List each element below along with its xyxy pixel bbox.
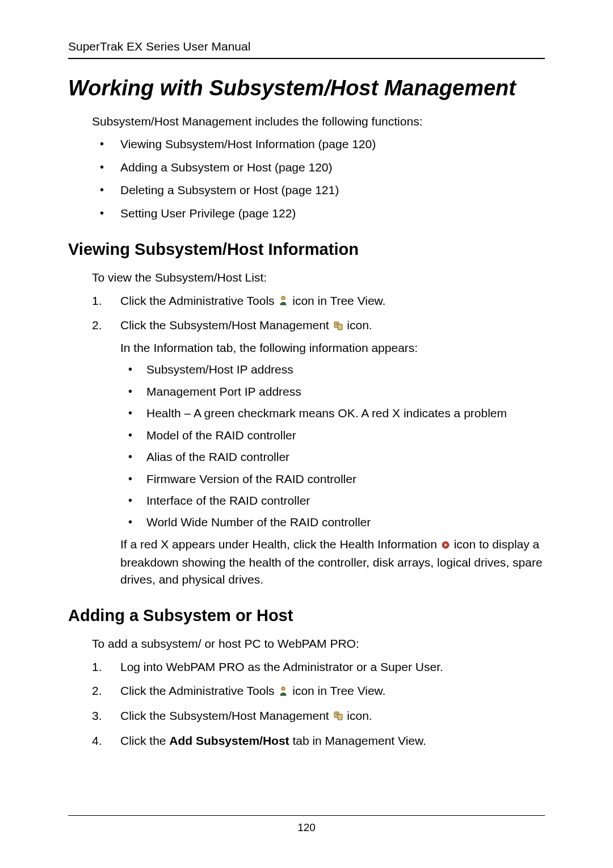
list-item: Firmware Version of the RAID controller xyxy=(120,471,545,488)
list-item: Click the Administrative Tools icon in T… xyxy=(92,292,545,311)
subsystem-host-icon xyxy=(334,708,343,725)
page-header: SuperTrak EX Series User Manual xyxy=(68,40,545,59)
page-container: SuperTrak EX Series User Manual Working … xyxy=(0,0,613,779)
section1-heading: Viewing Subsystem/Host Information xyxy=(68,240,545,259)
svg-point-7 xyxy=(282,686,285,690)
section1-lead: To view the Subsystem/Host List: xyxy=(92,269,545,286)
svg-rect-9 xyxy=(338,714,342,720)
step2-info: In the Information tab, the following in… xyxy=(120,339,545,357)
section1-tail: If a red X appears under Health, click t… xyxy=(120,536,545,589)
step-text-pre: Click the Administrative Tools xyxy=(120,294,278,307)
manual-title: SuperTrak EX Series User Manual xyxy=(68,40,545,53)
list-item: Click the Subsystem/Host Management icon… xyxy=(92,317,545,588)
step-text-post: icon. xyxy=(347,709,372,722)
health-info-icon xyxy=(442,536,450,553)
list-item: Setting User Privilege (page 122) xyxy=(92,205,545,222)
section2-steps: Log into WebPAM PRO as the Administrator… xyxy=(92,659,545,749)
list-item: Alias of the RAID controller xyxy=(120,448,545,466)
section1-steps: Click the Administrative Tools icon in T… xyxy=(92,292,545,589)
list-item: Adding a Subsystem or Host (page 120) xyxy=(92,159,545,176)
step-text-pre: Click the Subsystem/Host Management xyxy=(120,318,333,332)
list-item: Log into WebPAM PRO as the Administrator… xyxy=(92,659,545,676)
list-item: World Wide Number of the RAID controller xyxy=(120,514,545,531)
svg-rect-2 xyxy=(338,324,342,330)
list-item: Viewing Subsystem/Host Information (page… xyxy=(92,136,545,153)
intro-bullet-list: Viewing Subsystem/Host Information (page… xyxy=(92,136,545,222)
admin-tools-icon xyxy=(279,684,288,701)
step-text-pre: Click the xyxy=(120,734,169,747)
step-text-pre: Click the Subsystem/Host Management xyxy=(120,709,333,722)
tail-pre: If a red X appears under Health, click t… xyxy=(120,538,440,551)
step-text-post: icon. xyxy=(347,318,372,332)
list-item: Click the Add Subsystem/Host tab in Mana… xyxy=(92,732,545,749)
list-item: Health – A green checkmark means OK. A r… xyxy=(120,405,545,422)
page-number: 120 xyxy=(297,821,316,833)
section2-heading: Adding a Subsystem or Host xyxy=(68,606,545,625)
page-footer: 120 xyxy=(68,815,545,834)
step-text-post: tab in Management View. xyxy=(292,734,426,747)
list-item: Click the Subsystem/Host Management icon… xyxy=(92,707,545,726)
section2-lead: To add a subsystem/ or host PC to WebPAM… xyxy=(92,635,545,652)
step-text-post: icon in Tree View. xyxy=(292,684,385,697)
list-item: Model of the RAID controller xyxy=(120,427,545,444)
main-heading: Working with Subsystem/Host Management xyxy=(68,76,545,100)
list-item: Management Port IP address xyxy=(120,383,545,400)
step-text-pre: Click the Administrative Tools xyxy=(120,684,278,697)
list-item: Subsystem/Host IP address xyxy=(120,361,545,378)
list-item: Deleting a Subsystem or Host (page 121) xyxy=(92,182,545,199)
intro-text: Subsystem/Host Management includes the f… xyxy=(92,113,545,130)
subsystem-host-icon xyxy=(334,318,343,335)
info-bullet-list: Subsystem/Host IP address Management Por… xyxy=(120,361,545,531)
step-text-post: icon in Tree View. xyxy=(292,294,385,307)
step4-bold: Add Subsystem/Host xyxy=(169,734,289,747)
list-item: Click the Administrative Tools icon in T… xyxy=(92,682,545,701)
list-item: Interface of the RAID controller xyxy=(120,492,545,509)
svg-point-0 xyxy=(282,296,285,300)
admin-tools-icon xyxy=(279,293,288,310)
